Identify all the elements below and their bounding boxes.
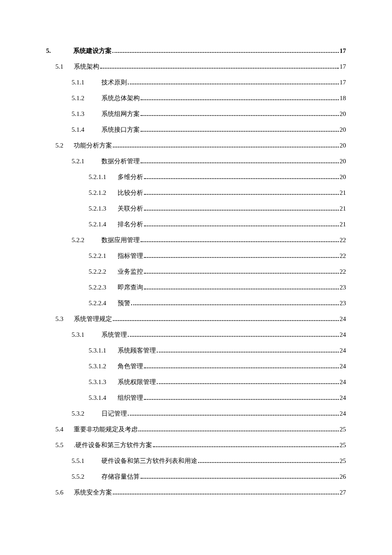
toc-number: 5.3.1.1 [89,347,113,354]
toc-entry: 5.2.2.3即席查询23 [46,283,346,292]
toc-entry: 5.3.1.3系统权限管理24 [46,378,346,386]
toc-page-number: 24 [340,394,346,402]
toc-title: 业务监控 [118,268,143,276]
toc-number: 5.3.1.3 [89,379,113,386]
toc-entry: 5.1.4系统接口方案20 [46,126,346,134]
toc-leader-dots [113,147,339,147]
toc-page-number: 24 [340,363,346,370]
toc-number: 5.1.4 [72,126,95,133]
toc-page-number: 23 [340,284,346,291]
toc-leader-dots [153,446,339,447]
toc-number: 5. [46,47,64,55]
toc-number: 5.6 [55,489,70,496]
toc-leader-dots [198,462,339,463]
table-of-contents: 5.系统建设方案175.1系统架构175.1.1技术原则175.1.2系统总体架… [46,47,346,497]
toc-page-number: 21 [340,189,346,197]
toc-title: 角色管理 [118,362,143,370]
toc-entry: 5.2.1.2比较分析21 [46,189,346,197]
toc-page-number: 24 [340,410,346,417]
toc-title: 重要非功能规定及考虑 [74,425,138,434]
toc-number: 5.3.1 [72,331,95,338]
toc-leader-dots [113,320,339,321]
toc-entry: 5.6系统安全方案27 [46,489,346,497]
toc-number: 5.2.1.3 [89,205,113,212]
toc-leader-dots [144,273,339,274]
toc-leader-dots [144,289,339,289]
toc-page-number: 20 [340,126,346,133]
toc-page-number: 17 [340,63,346,70]
toc-page-number: 25 [340,426,346,433]
toc-leader-dots [100,68,339,69]
toc-title: 组织管理 [118,394,143,402]
toc-entry: 5.3.1系统管理24 [46,331,346,339]
toc-entry: 5.2.1.4排名分析21 [46,220,346,228]
toc-page-number: 22 [340,252,346,260]
toc-leader-dots [141,115,339,116]
toc-entry: 5.1.1技术原则17 [46,78,346,87]
toc-entry: 5.1系统架构17 [46,63,346,71]
toc-entry: 5.5.2存储容量估算26 [46,473,346,481]
toc-title: 预警 [118,299,130,307]
toc-entry: 5.1.2系统总体架构18 [46,94,346,102]
toc-leader-dots [128,84,339,84]
toc-number: 5.5.1 [72,457,95,465]
toc-title: 系统建设方案 [73,47,112,55]
toc-entry: 5.2.1数据分析管理20 [46,157,346,165]
toc-leader-dots [144,210,339,211]
toc-title: 技术原则 [101,78,127,87]
toc-number: 5.1.3 [72,110,95,118]
toc-leader-dots [141,162,339,163]
toc-page-number: 25 [340,457,346,465]
toc-entry: 5.2.1.1多维分析20 [46,173,346,181]
toc-number: 5.3 [55,315,70,323]
toc-page-number: 27 [340,489,346,496]
toc-page-number: 26 [340,473,346,480]
toc-number: 5.5 [55,442,70,449]
toc-entry: 5.2.2.2业务监控22 [46,268,346,276]
toc-leader-dots [141,478,339,479]
toc-page-number: 23 [340,300,346,307]
toc-page-number: 24 [340,347,346,354]
toc-title: 系统架构 [74,63,99,71]
toc-leader-dots [112,52,339,53]
toc-leader-dots [128,336,339,337]
toc-title: 功能分析方案 [74,142,112,150]
toc-page-number: 18 [340,95,346,102]
toc-title: 数据应用管理 [101,236,140,244]
toc-title: 即席查询 [118,283,143,292]
toc-number: 5.2.2 [72,237,95,244]
toc-leader-dots [128,415,339,416]
toc-leader-dots [131,304,339,305]
toc-title: 数据分析管理 [101,157,140,165]
toc-number: 5.4 [55,426,70,433]
toc-title: 系统接口方案 [101,126,140,134]
toc-title: 关联分析 [118,205,143,213]
toc-leader-dots [157,383,339,384]
toc-page-number: 20 [340,110,346,118]
toc-leader-dots [157,352,339,353]
toc-title: 系统管理规定 [74,315,112,323]
toc-page-number: 22 [340,268,346,275]
toc-number: 5.2.1 [72,158,95,165]
toc-title: 系统组网方案 [101,110,140,118]
toc-title: 指标管理 [118,252,143,260]
toc-number: 5.5.2 [72,473,95,480]
toc-page-number: 20 [340,158,346,165]
toc-page-number: 24 [340,315,346,323]
toc-page-number: 22 [340,237,346,244]
toc-leader-dots [144,367,339,368]
toc-leader-dots [144,178,339,179]
toc-page-number: 24 [340,379,346,386]
toc-leader-dots [141,131,339,132]
toc-leader-dots [113,494,339,494]
toc-page-number: 21 [340,205,346,212]
toc-number: 5.1.1 [72,79,95,86]
toc-number: 5.1.2 [72,95,95,102]
toc-entry: 5.3.1.1系统顾客管理24 [46,347,346,355]
toc-entry: 5.系统建设方案17 [46,47,346,55]
toc-number: 5.1 [55,63,70,70]
toc-entry: 5.5.硬件设备和第三方软件方案25 [46,441,346,449]
toc-number: 5.2 [55,142,70,149]
toc-entry: 5.2.2数据应用管理22 [46,236,346,244]
toc-number: 5.3.1.4 [89,394,113,402]
